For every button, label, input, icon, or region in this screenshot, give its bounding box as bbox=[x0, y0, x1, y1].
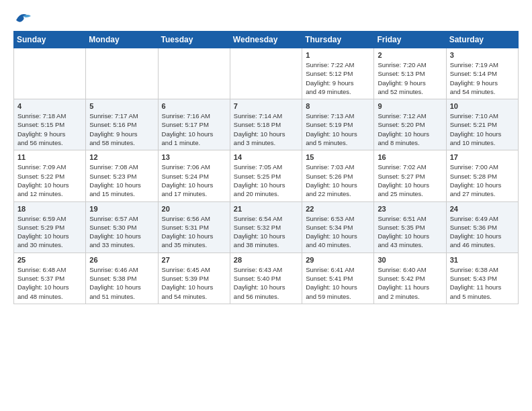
day-number: 23 bbox=[378, 205, 442, 213]
calendar-day-cell: 16Sunrise: 7:02 AMSunset: 5:27 PMDayligh… bbox=[374, 150, 446, 201]
calendar-day-cell: 27Sunrise: 6:45 AMSunset: 5:39 PMDayligh… bbox=[158, 253, 230, 304]
calendar-day-cell: 13Sunrise: 7:06 AMSunset: 5:24 PMDayligh… bbox=[158, 150, 230, 201]
calendar-header-row: SundayMondayTuesdayWednesdayThursdayFrid… bbox=[14, 32, 519, 48]
day-number: 26 bbox=[89, 256, 154, 264]
day-info: Sunrise: 6:43 AMSunset: 5:40 PMDaylight:… bbox=[234, 265, 298, 301]
calendar-week-row: 4Sunrise: 7:18 AMSunset: 5:15 PMDaylight… bbox=[14, 99, 519, 150]
calendar-day-cell: 15Sunrise: 7:03 AMSunset: 5:26 PMDayligh… bbox=[302, 150, 374, 201]
calendar-table: SundayMondayTuesdayWednesdayThursdayFrid… bbox=[13, 31, 519, 304]
day-info: Sunrise: 7:22 AMSunset: 5:12 PMDaylight:… bbox=[306, 60, 370, 96]
day-info: Sunrise: 6:53 AMSunset: 5:34 PMDaylight:… bbox=[306, 214, 370, 250]
calendar-day-cell: 23Sunrise: 6:51 AMSunset: 5:35 PMDayligh… bbox=[374, 201, 446, 253]
day-number: 25 bbox=[17, 256, 82, 264]
day-info: Sunrise: 7:19 AMSunset: 5:14 PMDaylight:… bbox=[450, 60, 515, 96]
day-info: Sunrise: 6:57 AMSunset: 5:30 PMDaylight:… bbox=[89, 214, 154, 250]
calendar-empty-cell bbox=[158, 48, 230, 99]
day-info: Sunrise: 6:48 AMSunset: 5:37 PMDaylight:… bbox=[17, 265, 82, 301]
calendar-week-row: 11Sunrise: 7:09 AMSunset: 5:22 PMDayligh… bbox=[14, 150, 519, 201]
day-info: Sunrise: 6:54 AMSunset: 5:32 PMDaylight:… bbox=[234, 214, 298, 250]
calendar-header-monday: Monday bbox=[86, 32, 158, 48]
day-info: Sunrise: 7:18 AMSunset: 5:15 PMDaylight:… bbox=[17, 111, 82, 147]
calendar-header-tuesday: Tuesday bbox=[158, 32, 230, 48]
calendar-header-wednesday: Wednesday bbox=[230, 32, 302, 48]
day-number: 2 bbox=[378, 51, 442, 59]
calendar-day-cell: 20Sunrise: 6:56 AMSunset: 5:31 PMDayligh… bbox=[158, 201, 230, 253]
calendar-day-cell: 4Sunrise: 7:18 AMSunset: 5:15 PMDaylight… bbox=[14, 99, 86, 150]
calendar-header-saturday: Saturday bbox=[446, 32, 518, 48]
day-info: Sunrise: 7:14 AMSunset: 5:18 PMDaylight:… bbox=[234, 111, 298, 147]
calendar-day-cell: 31Sunrise: 6:38 AMSunset: 5:43 PMDayligh… bbox=[446, 253, 518, 304]
day-info: Sunrise: 7:20 AMSunset: 5:13 PMDaylight:… bbox=[378, 60, 442, 96]
day-info: Sunrise: 6:40 AMSunset: 5:42 PMDaylight:… bbox=[378, 265, 442, 301]
day-info: Sunrise: 7:05 AMSunset: 5:25 PMDaylight:… bbox=[234, 163, 298, 198]
calendar-week-row: 1Sunrise: 7:22 AMSunset: 5:12 PMDaylight… bbox=[14, 48, 519, 99]
calendar-day-cell: 10Sunrise: 7:10 AMSunset: 5:21 PMDayligh… bbox=[446, 99, 518, 150]
calendar-day-cell: 19Sunrise: 6:57 AMSunset: 5:30 PMDayligh… bbox=[86, 201, 158, 253]
day-number: 20 bbox=[162, 205, 226, 213]
calendar-header-thursday: Thursday bbox=[302, 32, 374, 48]
day-info: Sunrise: 7:00 AMSunset: 5:28 PMDaylight:… bbox=[450, 163, 515, 198]
day-info: Sunrise: 7:06 AMSunset: 5:24 PMDaylight:… bbox=[162, 163, 226, 198]
calendar-day-cell: 26Sunrise: 6:46 AMSunset: 5:38 PMDayligh… bbox=[86, 253, 158, 304]
day-number: 30 bbox=[378, 256, 442, 264]
day-number: 4 bbox=[17, 102, 82, 110]
day-info: Sunrise: 6:56 AMSunset: 5:31 PMDaylight:… bbox=[162, 214, 226, 250]
calendar-day-cell: 3Sunrise: 7:19 AMSunset: 5:14 PMDaylight… bbox=[446, 48, 518, 99]
day-number: 5 bbox=[89, 102, 154, 110]
calendar-day-cell: 22Sunrise: 6:53 AMSunset: 5:34 PMDayligh… bbox=[302, 201, 374, 253]
page: SundayMondayTuesdayWednesdayThursdayFrid… bbox=[0, 0, 532, 315]
day-number: 8 bbox=[306, 102, 370, 110]
day-number: 27 bbox=[162, 256, 226, 264]
day-info: Sunrise: 7:12 AMSunset: 5:20 PMDaylight:… bbox=[378, 111, 442, 147]
day-info: Sunrise: 7:10 AMSunset: 5:21 PMDaylight:… bbox=[450, 111, 515, 147]
calendar-day-cell: 11Sunrise: 7:09 AMSunset: 5:22 PMDayligh… bbox=[14, 150, 86, 201]
header bbox=[13, 11, 519, 26]
day-number: 1 bbox=[306, 51, 370, 59]
day-number: 7 bbox=[234, 102, 298, 110]
day-info: Sunrise: 6:41 AMSunset: 5:41 PMDaylight:… bbox=[306, 265, 370, 301]
calendar-day-cell: 9Sunrise: 7:12 AMSunset: 5:20 PMDaylight… bbox=[374, 99, 446, 150]
calendar-day-cell: 18Sunrise: 6:59 AMSunset: 5:29 PMDayligh… bbox=[14, 201, 86, 253]
calendar-day-cell: 12Sunrise: 7:08 AMSunset: 5:23 PMDayligh… bbox=[86, 150, 158, 201]
calendar-empty-cell bbox=[230, 48, 302, 99]
calendar-day-cell: 14Sunrise: 7:05 AMSunset: 5:25 PMDayligh… bbox=[230, 150, 302, 201]
calendar-header-friday: Friday bbox=[374, 32, 446, 48]
day-info: Sunrise: 7:16 AMSunset: 5:17 PMDaylight:… bbox=[162, 111, 226, 147]
day-info: Sunrise: 6:51 AMSunset: 5:35 PMDaylight:… bbox=[378, 214, 442, 250]
day-info: Sunrise: 7:03 AMSunset: 5:26 PMDaylight:… bbox=[306, 163, 370, 198]
logo bbox=[13, 11, 32, 26]
day-info: Sunrise: 6:46 AMSunset: 5:38 PMDaylight:… bbox=[89, 265, 154, 301]
day-number: 17 bbox=[450, 153, 515, 161]
calendar-day-cell: 7Sunrise: 7:14 AMSunset: 5:18 PMDaylight… bbox=[230, 99, 302, 150]
day-info: Sunrise: 6:49 AMSunset: 5:36 PMDaylight:… bbox=[450, 214, 515, 250]
calendar-week-row: 25Sunrise: 6:48 AMSunset: 5:37 PMDayligh… bbox=[14, 253, 519, 304]
day-number: 15 bbox=[306, 153, 370, 161]
calendar-day-cell: 17Sunrise: 7:00 AMSunset: 5:28 PMDayligh… bbox=[446, 150, 518, 201]
day-number: 6 bbox=[162, 102, 226, 110]
day-number: 21 bbox=[234, 205, 298, 213]
calendar-day-cell: 28Sunrise: 6:43 AMSunset: 5:40 PMDayligh… bbox=[230, 253, 302, 304]
day-number: 3 bbox=[450, 51, 515, 59]
day-info: Sunrise: 7:09 AMSunset: 5:22 PMDaylight:… bbox=[17, 163, 82, 198]
day-number: 19 bbox=[89, 205, 154, 213]
day-number: 10 bbox=[450, 102, 515, 110]
day-info: Sunrise: 7:17 AMSunset: 5:16 PMDaylight:… bbox=[89, 111, 154, 147]
day-info: Sunrise: 7:08 AMSunset: 5:23 PMDaylight:… bbox=[89, 163, 154, 198]
day-number: 29 bbox=[306, 256, 370, 264]
day-number: 18 bbox=[17, 205, 82, 213]
calendar-empty-cell bbox=[14, 48, 86, 99]
day-number: 31 bbox=[450, 256, 515, 264]
day-number: 22 bbox=[306, 205, 370, 213]
calendar-day-cell: 25Sunrise: 6:48 AMSunset: 5:37 PMDayligh… bbox=[14, 253, 86, 304]
day-number: 28 bbox=[234, 256, 298, 264]
day-info: Sunrise: 7:02 AMSunset: 5:27 PMDaylight:… bbox=[378, 163, 442, 198]
day-info: Sunrise: 6:45 AMSunset: 5:39 PMDaylight:… bbox=[162, 265, 226, 301]
calendar-day-cell: 8Sunrise: 7:13 AMSunset: 5:19 PMDaylight… bbox=[302, 99, 374, 150]
day-number: 11 bbox=[17, 153, 82, 161]
calendar-day-cell: 21Sunrise: 6:54 AMSunset: 5:32 PMDayligh… bbox=[230, 201, 302, 253]
calendar-day-cell: 30Sunrise: 6:40 AMSunset: 5:42 PMDayligh… bbox=[374, 253, 446, 304]
calendar-empty-cell bbox=[86, 48, 158, 99]
day-info: Sunrise: 7:13 AMSunset: 5:19 PMDaylight:… bbox=[306, 111, 370, 147]
day-number: 9 bbox=[378, 102, 442, 110]
logo-bird-icon bbox=[13, 11, 32, 26]
